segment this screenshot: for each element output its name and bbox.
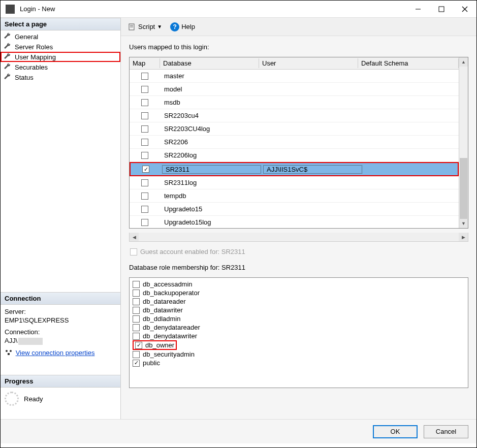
role-item[interactable]: db_securityadmin: [133, 350, 465, 359]
script-dropdown-icon[interactable]: ▼: [157, 24, 162, 29]
map-checkbox[interactable]: [141, 139, 148, 146]
progress-spinner-icon: [5, 392, 19, 406]
help-icon: ?: [170, 22, 179, 31]
role-item[interactable]: public: [133, 359, 465, 367]
connection-header: Connection: [1, 292, 120, 305]
cell-database: SR2311: [162, 165, 261, 174]
table-row[interactable]: master: [130, 70, 459, 83]
role-checkbox[interactable]: [133, 281, 140, 288]
map-checkbox[interactable]: [141, 152, 148, 159]
role-checkbox[interactable]: [133, 290, 140, 297]
wrench-icon: [4, 33, 12, 41]
role-label: public: [143, 359, 160, 367]
table-row[interactable]: SR2203cu4: [130, 109, 459, 122]
role-checkbox[interactable]: [133, 307, 140, 314]
table-row[interactable]: SR2206log: [130, 149, 459, 162]
table-row[interactable]: Upgradeto15log: [130, 216, 459, 228]
page-item-securables[interactable]: Securables: [1, 62, 120, 72]
role-label: db_securityadmin: [143, 350, 195, 358]
connection-value-prefix: AJJ\: [5, 337, 17, 344]
role-item[interactable]: db_backupoperator: [133, 289, 465, 297]
role-checkbox[interactable]: [133, 360, 140, 367]
role-item[interactable]: db_datawriter: [133, 306, 465, 314]
toolbar: Script ▼ ? Help: [121, 18, 476, 36]
table-row[interactable]: SR2311AJJ\IIS1SvC$: [130, 162, 459, 176]
grid-vertical-scrollbar[interactable]: ▲ ▼: [459, 57, 468, 228]
map-checkbox[interactable]: [141, 206, 148, 213]
role-item[interactable]: db_ddladmin: [133, 314, 465, 323]
ok-button[interactable]: OK: [373, 425, 418, 438]
progress-status: Ready: [24, 395, 43, 403]
cell-database: SR2206: [160, 138, 259, 146]
role-item[interactable]: db_denydatareader: [133, 323, 465, 332]
page-item-label: Status: [15, 74, 34, 81]
map-checkbox[interactable]: [141, 99, 148, 106]
cell-database: msdb: [160, 99, 259, 106]
role-label: db_backupoperator: [143, 289, 200, 297]
scroll-down-icon[interactable]: ▼: [459, 219, 468, 228]
close-button[interactable]: [453, 1, 476, 17]
cell-database: tempdb: [160, 192, 259, 200]
cell-database: model: [160, 85, 259, 93]
titlebar: Login - New: [1, 1, 476, 18]
scroll-up-icon[interactable]: ▲: [459, 57, 468, 67]
page-item-status[interactable]: Status: [1, 72, 120, 82]
cell-database: SR2311log: [160, 179, 259, 186]
maximize-button[interactable]: [430, 1, 453, 17]
table-row[interactable]: model: [130, 83, 459, 96]
map-checkbox[interactable]: [141, 73, 148, 80]
help-button[interactable]: ? Help: [168, 21, 197, 33]
map-checkbox[interactable]: [141, 125, 148, 133]
mapping-grid: Map Database User Default Schema masterm…: [129, 57, 468, 229]
page-item-label: Server Roles: [15, 43, 53, 51]
col-header-schema[interactable]: Default Schema: [358, 58, 459, 68]
wrench-icon: [4, 53, 12, 61]
col-header-user[interactable]: User: [259, 58, 358, 68]
role-checkbox[interactable]: [133, 315, 140, 323]
col-header-database[interactable]: Database: [160, 58, 259, 68]
app-icon: [6, 5, 15, 14]
page-item-label: General: [15, 33, 38, 41]
role-item[interactable]: db_datareader: [133, 297, 465, 306]
page-item-label: Securables: [15, 63, 48, 71]
role-checkbox[interactable]: [133, 298, 140, 305]
map-checkbox[interactable]: [141, 112, 148, 119]
table-row[interactable]: Upgradeto15: [130, 203, 459, 216]
table-row[interactable]: tempdb: [130, 189, 459, 203]
scroll-right-icon[interactable]: ▶: [459, 233, 468, 241]
map-checkbox[interactable]: [142, 166, 149, 173]
svg-rect-6: [8, 353, 10, 355]
map-checkbox[interactable]: [141, 193, 148, 200]
scroll-thumb[interactable]: [460, 158, 467, 219]
role-item[interactable]: db_owner: [133, 340, 177, 350]
minimize-button[interactable]: [406, 1, 430, 17]
table-row[interactable]: SR2311log: [130, 176, 459, 189]
map-checkbox[interactable]: [141, 179, 148, 186]
roles-label: Database role membership for: SR2311: [129, 264, 468, 271]
role-item[interactable]: db_denydatawriter: [133, 332, 465, 340]
view-connection-properties-link[interactable]: View connection properties: [16, 349, 95, 357]
role-label: db_datareader: [143, 298, 186, 305]
scroll-left-icon[interactable]: ◀: [130, 233, 139, 241]
map-checkbox[interactable]: [141, 219, 148, 226]
cell-database: SR2206log: [160, 151, 259, 159]
role-checkbox[interactable]: [133, 324, 140, 331]
page-item-user-mapping[interactable]: User Mapping: [1, 52, 120, 62]
role-checkbox[interactable]: [133, 351, 140, 358]
svg-point-5: [10, 350, 12, 352]
cancel-button[interactable]: Cancel: [424, 425, 468, 438]
page-item-server-roles[interactable]: Server Roles: [1, 42, 120, 52]
page-item-general[interactable]: General: [1, 31, 120, 42]
grid-horizontal-scrollbar[interactable]: ◀ ▶: [129, 233, 468, 242]
script-button[interactable]: Script ▼: [126, 22, 164, 32]
table-row[interactable]: SR2206: [130, 136, 459, 149]
role-checkbox[interactable]: [133, 333, 140, 340]
col-header-map[interactable]: Map: [130, 58, 160, 68]
table-row[interactable]: SR2203CU4log: [130, 122, 459, 136]
connection-value: AJJ\: [5, 337, 116, 345]
table-row[interactable]: msdb: [130, 96, 459, 109]
server-value: EMP1\SQLEXPRESS: [5, 316, 116, 324]
role-item[interactable]: db_accessadmin: [133, 280, 465, 289]
role-checkbox[interactable]: [135, 342, 142, 349]
map-checkbox[interactable]: [141, 86, 148, 93]
